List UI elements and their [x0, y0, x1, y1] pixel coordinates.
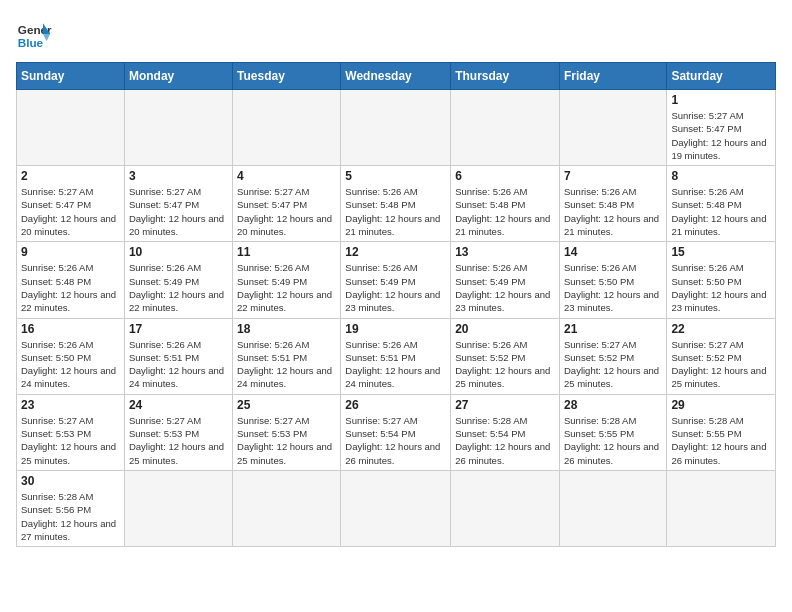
calendar-day-cell [559, 90, 666, 166]
day-info: Sunrise: 5:28 AM Sunset: 5:54 PM Dayligh… [455, 414, 555, 467]
calendar-day-cell [667, 470, 776, 546]
calendar-day-cell: 30Sunrise: 5:28 AM Sunset: 5:56 PM Dayli… [17, 470, 125, 546]
day-info: Sunrise: 5:27 AM Sunset: 5:53 PM Dayligh… [21, 414, 120, 467]
calendar-day-cell: 26Sunrise: 5:27 AM Sunset: 5:54 PM Dayli… [341, 394, 451, 470]
calendar-body: 1Sunrise: 5:27 AM Sunset: 5:47 PM Daylig… [17, 90, 776, 547]
day-number: 8 [671, 169, 771, 183]
day-info: Sunrise: 5:27 AM Sunset: 5:47 PM Dayligh… [671, 109, 771, 162]
day-number: 4 [237, 169, 336, 183]
day-number: 6 [455, 169, 555, 183]
day-info: Sunrise: 5:26 AM Sunset: 5:48 PM Dayligh… [564, 185, 662, 238]
calendar-day-cell: 22Sunrise: 5:27 AM Sunset: 5:52 PM Dayli… [667, 318, 776, 394]
day-number: 1 [671, 93, 771, 107]
calendar-day-cell [233, 470, 341, 546]
calendar-week-row: 1Sunrise: 5:27 AM Sunset: 5:47 PM Daylig… [17, 90, 776, 166]
calendar-day-cell [451, 90, 560, 166]
day-info: Sunrise: 5:27 AM Sunset: 5:52 PM Dayligh… [671, 338, 771, 391]
calendar-header-row: SundayMondayTuesdayWednesdayThursdayFrid… [17, 63, 776, 90]
day-number: 17 [129, 322, 228, 336]
calendar-day-cell: 7Sunrise: 5:26 AM Sunset: 5:48 PM Daylig… [559, 166, 666, 242]
day-info: Sunrise: 5:26 AM Sunset: 5:51 PM Dayligh… [345, 338, 446, 391]
calendar-day-header: Tuesday [233, 63, 341, 90]
day-info: Sunrise: 5:27 AM Sunset: 5:54 PM Dayligh… [345, 414, 446, 467]
day-info: Sunrise: 5:28 AM Sunset: 5:55 PM Dayligh… [671, 414, 771, 467]
calendar-day-cell: 21Sunrise: 5:27 AM Sunset: 5:52 PM Dayli… [559, 318, 666, 394]
day-info: Sunrise: 5:27 AM Sunset: 5:52 PM Dayligh… [564, 338, 662, 391]
day-info: Sunrise: 5:28 AM Sunset: 5:56 PM Dayligh… [21, 490, 120, 543]
calendar-day-cell: 10Sunrise: 5:26 AM Sunset: 5:49 PM Dayli… [124, 242, 232, 318]
calendar-week-row: 16Sunrise: 5:26 AM Sunset: 5:50 PM Dayli… [17, 318, 776, 394]
day-number: 22 [671, 322, 771, 336]
day-number: 21 [564, 322, 662, 336]
calendar-day-cell: 12Sunrise: 5:26 AM Sunset: 5:49 PM Dayli… [341, 242, 451, 318]
day-info: Sunrise: 5:26 AM Sunset: 5:48 PM Dayligh… [21, 261, 120, 314]
day-number: 13 [455, 245, 555, 259]
calendar-day-cell: 25Sunrise: 5:27 AM Sunset: 5:53 PM Dayli… [233, 394, 341, 470]
calendar-table: SundayMondayTuesdayWednesdayThursdayFrid… [16, 62, 776, 547]
day-info: Sunrise: 5:27 AM Sunset: 5:47 PM Dayligh… [129, 185, 228, 238]
calendar-day-cell: 9Sunrise: 5:26 AM Sunset: 5:48 PM Daylig… [17, 242, 125, 318]
day-number: 3 [129, 169, 228, 183]
calendar-week-row: 9Sunrise: 5:26 AM Sunset: 5:48 PM Daylig… [17, 242, 776, 318]
day-info: Sunrise: 5:26 AM Sunset: 5:51 PM Dayligh… [129, 338, 228, 391]
day-info: Sunrise: 5:27 AM Sunset: 5:53 PM Dayligh… [129, 414, 228, 467]
day-info: Sunrise: 5:26 AM Sunset: 5:48 PM Dayligh… [345, 185, 446, 238]
calendar-day-cell: 14Sunrise: 5:26 AM Sunset: 5:50 PM Dayli… [559, 242, 666, 318]
calendar-day-cell: 19Sunrise: 5:26 AM Sunset: 5:51 PM Dayli… [341, 318, 451, 394]
day-number: 5 [345, 169, 446, 183]
calendar-day-cell: 5Sunrise: 5:26 AM Sunset: 5:48 PM Daylig… [341, 166, 451, 242]
day-number: 24 [129, 398, 228, 412]
calendar-day-cell: 6Sunrise: 5:26 AM Sunset: 5:48 PM Daylig… [451, 166, 560, 242]
day-number: 12 [345, 245, 446, 259]
day-number: 9 [21, 245, 120, 259]
day-info: Sunrise: 5:26 AM Sunset: 5:50 PM Dayligh… [21, 338, 120, 391]
calendar-day-cell: 3Sunrise: 5:27 AM Sunset: 5:47 PM Daylig… [124, 166, 232, 242]
day-info: Sunrise: 5:26 AM Sunset: 5:49 PM Dayligh… [129, 261, 228, 314]
calendar-day-cell: 23Sunrise: 5:27 AM Sunset: 5:53 PM Dayli… [17, 394, 125, 470]
calendar-day-cell: 13Sunrise: 5:26 AM Sunset: 5:49 PM Dayli… [451, 242, 560, 318]
calendar-day-cell [124, 470, 232, 546]
calendar-day-cell: 20Sunrise: 5:26 AM Sunset: 5:52 PM Dayli… [451, 318, 560, 394]
calendar-day-header: Sunday [17, 63, 125, 90]
calendar-day-cell [451, 470, 560, 546]
calendar-day-cell: 4Sunrise: 5:27 AM Sunset: 5:47 PM Daylig… [233, 166, 341, 242]
calendar-day-cell [559, 470, 666, 546]
day-number: 19 [345, 322, 446, 336]
day-number: 2 [21, 169, 120, 183]
calendar-day-cell [124, 90, 232, 166]
svg-marker-3 [43, 34, 50, 41]
day-info: Sunrise: 5:26 AM Sunset: 5:52 PM Dayligh… [455, 338, 555, 391]
calendar-day-cell: 17Sunrise: 5:26 AM Sunset: 5:51 PM Dayli… [124, 318, 232, 394]
day-number: 26 [345, 398, 446, 412]
calendar-day-cell: 1Sunrise: 5:27 AM Sunset: 5:47 PM Daylig… [667, 90, 776, 166]
day-info: Sunrise: 5:26 AM Sunset: 5:50 PM Dayligh… [671, 261, 771, 314]
calendar-week-row: 23Sunrise: 5:27 AM Sunset: 5:53 PM Dayli… [17, 394, 776, 470]
calendar-day-cell: 24Sunrise: 5:27 AM Sunset: 5:53 PM Dayli… [124, 394, 232, 470]
svg-text:Blue: Blue [18, 36, 44, 49]
calendar-day-header: Thursday [451, 63, 560, 90]
day-info: Sunrise: 5:28 AM Sunset: 5:55 PM Dayligh… [564, 414, 662, 467]
page-header: General Blue [16, 16, 776, 52]
calendar-day-cell: 18Sunrise: 5:26 AM Sunset: 5:51 PM Dayli… [233, 318, 341, 394]
calendar-day-cell [341, 90, 451, 166]
day-info: Sunrise: 5:26 AM Sunset: 5:51 PM Dayligh… [237, 338, 336, 391]
calendar-day-cell: 8Sunrise: 5:26 AM Sunset: 5:48 PM Daylig… [667, 166, 776, 242]
day-number: 20 [455, 322, 555, 336]
calendar-day-header: Saturday [667, 63, 776, 90]
day-info: Sunrise: 5:27 AM Sunset: 5:47 PM Dayligh… [21, 185, 120, 238]
logo: General Blue [16, 16, 52, 52]
day-number: 18 [237, 322, 336, 336]
day-number: 25 [237, 398, 336, 412]
day-number: 23 [21, 398, 120, 412]
day-info: Sunrise: 5:26 AM Sunset: 5:49 PM Dayligh… [237, 261, 336, 314]
calendar-day-cell [17, 90, 125, 166]
day-number: 27 [455, 398, 555, 412]
calendar-day-cell [341, 470, 451, 546]
day-info: Sunrise: 5:26 AM Sunset: 5:48 PM Dayligh… [455, 185, 555, 238]
day-info: Sunrise: 5:27 AM Sunset: 5:47 PM Dayligh… [237, 185, 336, 238]
calendar-day-header: Monday [124, 63, 232, 90]
calendar-day-cell: 15Sunrise: 5:26 AM Sunset: 5:50 PM Dayli… [667, 242, 776, 318]
day-number: 15 [671, 245, 771, 259]
calendar-day-header: Friday [559, 63, 666, 90]
day-info: Sunrise: 5:27 AM Sunset: 5:53 PM Dayligh… [237, 414, 336, 467]
